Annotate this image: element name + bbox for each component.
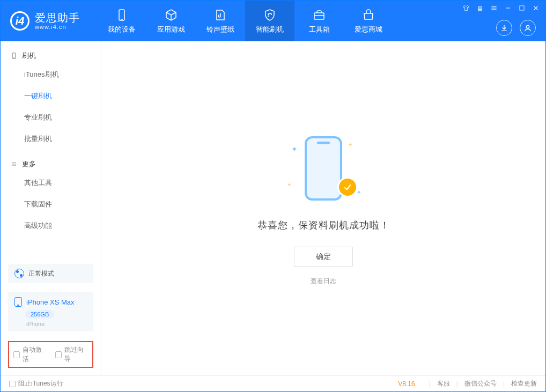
sidebar-item-other-tools[interactable]: 其他工具 bbox=[24, 172, 101, 194]
svg-rect-2 bbox=[314, 13, 324, 19]
user-icon[interactable] bbox=[520, 20, 536, 36]
sidebar-section-more: 更多 其他工具 下载固件 高级功能 bbox=[1, 150, 101, 236]
shirt-icon[interactable] bbox=[462, 4, 470, 12]
nav-ringtones-wallpapers[interactable]: 铃声壁纸 bbox=[196, 1, 245, 41]
checkbox-icon bbox=[9, 381, 16, 387]
link-check-update[interactable]: 检查更新 bbox=[511, 379, 537, 388]
download-icon[interactable] bbox=[496, 20, 512, 36]
nav-smart-flash[interactable]: 智能刷机 bbox=[245, 1, 294, 41]
minimize-icon[interactable] bbox=[504, 4, 512, 12]
window-controls bbox=[462, 4, 540, 12]
maximize-icon[interactable] bbox=[518, 4, 526, 12]
sparkle-icon: ✦ bbox=[348, 142, 352, 147]
nav-apps-games[interactable]: 应用游戏 bbox=[146, 1, 196, 41]
checkbox-label: 阻止iTunes运行 bbox=[18, 379, 63, 388]
nav-toolbox[interactable]: 工具箱 bbox=[294, 1, 344, 41]
device-type: iPhone bbox=[26, 321, 87, 327]
nav-store[interactable]: 爱思商城 bbox=[344, 1, 393, 41]
phone-outline-icon bbox=[10, 52, 18, 60]
sidebar-items: iTunes刷机 一键刷机 专业刷机 批量刷机 bbox=[1, 64, 101, 150]
sidebar-header-flash: 刷机 bbox=[1, 51, 101, 64]
sidebar-item-download-firmware[interactable]: 下载固件 bbox=[24, 194, 101, 215]
top-nav: 我的设备 应用游戏 铃声壁纸 智能刷机 工具箱 爱思商城 bbox=[97, 1, 393, 41]
ok-button[interactable]: 确定 bbox=[294, 247, 353, 267]
sidebar-item-batch-flash[interactable]: 批量刷机 bbox=[24, 128, 101, 150]
shield-refresh-icon bbox=[263, 8, 277, 22]
svg-rect-5 bbox=[478, 9, 482, 10]
checkbox-label: 跳过向导 bbox=[64, 345, 88, 364]
checkbox-block-itunes[interactable]: 阻止iTunes运行 bbox=[9, 379, 63, 388]
svg-rect-0 bbox=[119, 10, 124, 20]
menu-icon[interactable] bbox=[490, 4, 498, 12]
titlebar: i4 爱思助手 www.i4.cn 我的设备 应用游戏 铃声壁纸 智能刷机 bbox=[1, 1, 545, 41]
lock-icon[interactable] bbox=[476, 4, 484, 12]
svg-rect-10 bbox=[520, 6, 524, 10]
list-icon bbox=[10, 160, 18, 168]
nav-label: 铃声壁纸 bbox=[206, 25, 234, 34]
device-icon bbox=[115, 8, 129, 22]
version-label: V8.16 bbox=[398, 380, 415, 388]
link-wechat[interactable]: 微信公众号 bbox=[464, 379, 497, 388]
status-right: V8.16 | 客服 | 微信公众号 | 检查更新 bbox=[398, 379, 537, 388]
svg-point-13 bbox=[526, 25, 529, 28]
mode-label: 正常模式 bbox=[28, 269, 54, 278]
separator: | bbox=[456, 380, 458, 388]
app-title: 爱思助手 bbox=[35, 12, 80, 24]
checkbox-skip-guide[interactable]: 跳过向导 bbox=[55, 345, 88, 364]
checkbox-row-highlighted: 自动激活 跳过向导 bbox=[8, 341, 93, 368]
sidebar-items: 其他工具 下载固件 高级功能 bbox=[1, 172, 101, 236]
phone-illustration bbox=[305, 136, 342, 201]
sidebar-spacer bbox=[1, 236, 101, 260]
logo-area: i4 爱思助手 www.i4.cn bbox=[1, 1, 97, 41]
sidebar-item-advanced[interactable]: 高级功能 bbox=[24, 215, 101, 236]
titlebar-right-icons bbox=[496, 20, 536, 36]
link-support support[interactable]: 客服 bbox=[437, 379, 450, 388]
sidebar-section-title: 更多 bbox=[22, 159, 36, 169]
nav-label: 我的设备 bbox=[108, 25, 136, 34]
separator: | bbox=[429, 380, 431, 388]
sidebar-section-title: 刷机 bbox=[22, 51, 36, 61]
sparkle-icon: ✦ bbox=[291, 145, 298, 153]
logo-text: 爱思助手 www.i4.cn bbox=[35, 12, 80, 30]
device-storage-badge: 256GB bbox=[25, 310, 54, 319]
nav-label: 应用游戏 bbox=[157, 25, 185, 34]
status-left: 阻止iTunes运行 bbox=[9, 379, 394, 388]
success-message: 恭喜您，保资料刷机成功啦！ bbox=[257, 219, 390, 232]
sidebar-item-oneclick-flash[interactable]: 一键刷机 bbox=[24, 85, 101, 107]
checkbox-auto-activate[interactable]: 自动激活 bbox=[13, 345, 47, 364]
device-card[interactable]: iPhone XS Max 256GB iPhone bbox=[8, 292, 93, 331]
mode-icon bbox=[14, 269, 24, 278]
logo-icon: i4 bbox=[10, 11, 29, 31]
music-file-icon bbox=[213, 8, 227, 22]
mode-card[interactable]: 正常模式 bbox=[8, 264, 93, 283]
sidebar-section-flash: 刷机 iTunes刷机 一键刷机 专业刷机 批量刷机 bbox=[1, 41, 101, 150]
checkbox-icon bbox=[55, 351, 62, 358]
sidebar-item-pro-flash[interactable]: 专业刷机 bbox=[24, 107, 101, 128]
app-subtitle: www.i4.cn bbox=[35, 24, 80, 30]
nav-label: 智能刷机 bbox=[256, 25, 284, 34]
sparkle-icon: ✦ bbox=[357, 189, 361, 195]
separator: | bbox=[503, 380, 505, 388]
body: 刷机 iTunes刷机 一键刷机 专业刷机 批量刷机 更多 其他工具 下载固件 … bbox=[1, 41, 545, 375]
sidebar-header-more: 更多 bbox=[1, 159, 101, 172]
checkbox-label: 自动激活 bbox=[23, 345, 46, 364]
view-log-link[interactable]: 查看日志 bbox=[311, 277, 336, 286]
nav-label: 工具箱 bbox=[309, 25, 330, 34]
sidebar: 刷机 iTunes刷机 一键刷机 专业刷机 批量刷机 更多 其他工具 下载固件 … bbox=[1, 41, 101, 375]
device-name-row: iPhone XS Max bbox=[14, 297, 87, 307]
checkbox-icon bbox=[13, 351, 20, 358]
sidebar-item-itunes-flash[interactable]: iTunes刷机 bbox=[24, 64, 101, 85]
main-content: ✦ ✦ ✦ ✦ 恭喜您，保资料刷机成功啦！ 确定 查看日志 bbox=[101, 41, 545, 375]
device-name: iPhone XS Max bbox=[26, 298, 75, 306]
nav-my-device[interactable]: 我的设备 bbox=[97, 1, 146, 41]
nav-label: 爱思商城 bbox=[355, 25, 382, 34]
app-window: i4 爱思助手 www.i4.cn 我的设备 应用游戏 铃声壁纸 智能刷机 bbox=[0, 0, 546, 392]
checkmark-badge-icon bbox=[337, 177, 358, 197]
close-icon[interactable] bbox=[532, 4, 540, 12]
statusbar: 阻止iTunes运行 V8.16 | 客服 | 微信公众号 | 检查更新 bbox=[1, 375, 545, 391]
cube-icon bbox=[164, 8, 178, 22]
store-icon bbox=[361, 8, 375, 22]
toolbox-icon bbox=[312, 8, 326, 22]
success-illustration: ✦ ✦ ✦ ✦ bbox=[286, 131, 361, 206]
sparkle-icon: ✦ bbox=[287, 182, 291, 188]
